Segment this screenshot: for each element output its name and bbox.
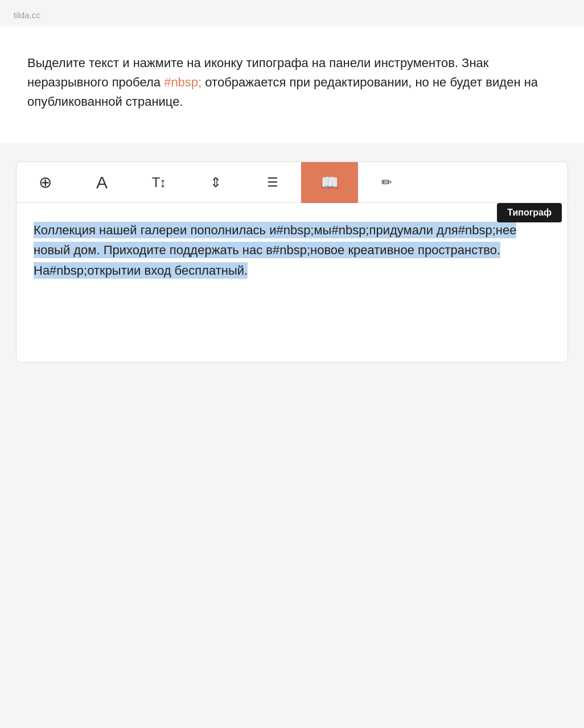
top-bar: tilda.cc — [0, 0, 584, 26]
description-section: Выделите текст и нажмите на иконку типог… — [0, 26, 584, 143]
selected-text: Коллекция нашей галереи пополнилась и#nb… — [34, 222, 516, 278]
toolbar-typograph[interactable]: 📖 — [301, 162, 358, 203]
typograph-tooltip: Типограф — [497, 203, 562, 222]
edit-icon: ✏ — [381, 176, 392, 189]
description-text: Выделите текст и нажмите на иконку типог… — [27, 53, 557, 111]
nbsp-highlight: #nbsp; — [164, 75, 201, 89]
typograph-icon: 📖 — [320, 175, 339, 190]
toolbar-font[interactable]: A — [73, 162, 130, 203]
toolbar-text-size[interactable]: T↕ — [130, 162, 187, 203]
editor-card: ⊕ A T↕ ⇕ ☰ 📖 ✏ Типограф Коллекция нашей … — [16, 162, 568, 363]
toolbar-edit[interactable]: ✏ — [358, 162, 415, 203]
globe-icon: ⊕ — [39, 175, 52, 191]
font-icon: A — [96, 174, 108, 191]
toolbar-list[interactable]: ☰ — [244, 162, 301, 203]
editor-content[interactable]: Коллекция нашей галереи пополнилась и#nb… — [17, 203, 567, 362]
toolbar: ⊕ A T↕ ⇕ ☰ 📖 ✏ — [17, 162, 567, 203]
site-url: tilda.cc — [14, 10, 40, 20]
gap-spacer — [0, 143, 584, 162]
text-size-icon: T↕ — [152, 176, 166, 189]
align-icon: ⇕ — [210, 176, 221, 189]
toolbar-globe[interactable]: ⊕ — [17, 162, 73, 203]
toolbar-align[interactable]: ⇕ — [187, 162, 244, 203]
list-icon: ☰ — [267, 176, 278, 189]
